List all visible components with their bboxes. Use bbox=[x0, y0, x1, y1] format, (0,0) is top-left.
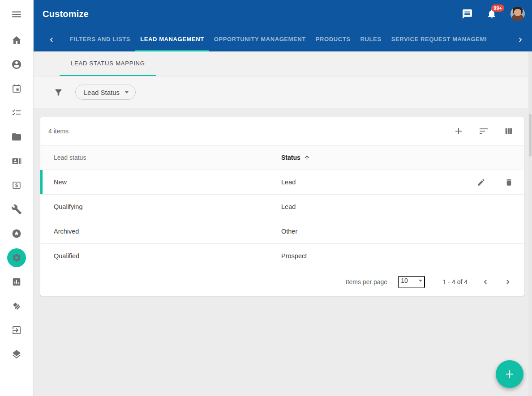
notifications-button[interactable]: 99+ bbox=[486, 9, 497, 19]
sidebar: $ bbox=[0, 0, 34, 396]
subtab-lead-status-mapping[interactable]: LEAD STATUS MAPPING bbox=[60, 51, 156, 76]
next-page-button[interactable] bbox=[503, 277, 512, 286]
sidebar-item-home[interactable] bbox=[4, 28, 29, 52]
scrollbar-track[interactable] bbox=[528, 51, 532, 396]
scrollbar-thumb[interactable] bbox=[529, 114, 532, 157]
gear-icon bbox=[12, 253, 21, 263]
header-top-row: Customize 99+ bbox=[34, 0, 532, 28]
avatar[interactable] bbox=[511, 7, 525, 21]
chevron-left-icon bbox=[47, 35, 56, 44]
trash-icon bbox=[505, 178, 513, 187]
card-toolbar bbox=[453, 126, 514, 136]
tab-opportunity-management[interactable]: OPPORTUNITY MANAGEMENT bbox=[209, 28, 311, 51]
folder-icon bbox=[11, 132, 22, 142]
table-row[interactable]: Archived Other bbox=[40, 219, 524, 243]
sidebar-item-sign-in[interactable] bbox=[4, 318, 29, 342]
sidebar-item-reports[interactable] bbox=[4, 270, 29, 294]
tab-filters-and-lists[interactable]: FILTERS AND LISTS bbox=[65, 28, 135, 51]
cell-lead-status: New bbox=[40, 179, 281, 186]
billing-icon: $ bbox=[11, 180, 22, 191]
sort-ascending-arrow-icon bbox=[304, 154, 310, 161]
previous-page-button[interactable] bbox=[481, 277, 490, 286]
pagination-range: 1 - 4 of 4 bbox=[443, 278, 468, 285]
edit-row-button[interactable] bbox=[476, 177, 486, 187]
cell-status: Prospect bbox=[281, 252, 524, 260]
plus-icon bbox=[453, 126, 464, 136]
sidebar-item-deals[interactable] bbox=[4, 294, 29, 318]
tab-bar: FILTERS AND LISTS LEAD MANAGEMENT OPPORT… bbox=[34, 28, 532, 51]
layers-icon bbox=[11, 349, 22, 360]
tab-service-request-management[interactable]: SERVICE REQUEST MANAGEMI bbox=[386, 28, 492, 51]
chevron-left-icon bbox=[481, 277, 490, 286]
filter-funnel-icon bbox=[54, 88, 63, 97]
sort-icon bbox=[478, 126, 489, 136]
main-content: 4 items Lead status Status bbox=[34, 108, 532, 296]
add-item-button[interactable] bbox=[453, 126, 464, 136]
sidebar-item-account[interactable] bbox=[4, 52, 29, 77]
filter-bar: Lead Status bbox=[34, 77, 532, 108]
cell-status: Other bbox=[281, 228, 524, 235]
sidebar-item-folder[interactable] bbox=[4, 125, 29, 149]
hamburger-menu-icon[interactable] bbox=[10, 8, 23, 21]
items-count: 4 items bbox=[48, 128, 69, 135]
row-actions bbox=[476, 177, 524, 187]
sidebar-item-layers[interactable] bbox=[4, 342, 29, 366]
column-header-status[interactable]: Status bbox=[281, 154, 310, 161]
chat-icon bbox=[462, 9, 473, 20]
sidebar-item-calendar[interactable] bbox=[4, 77, 29, 101]
table-row[interactable]: New Lead bbox=[40, 170, 524, 194]
sidebar-item-settings[interactable] bbox=[4, 246, 29, 270]
page-title: Customize bbox=[43, 9, 89, 19]
lead-status-card: 4 items Lead status Status bbox=[40, 117, 524, 296]
sidebar-nav: $ bbox=[4, 28, 29, 366]
settings-active-indicator bbox=[7, 248, 26, 267]
column-header-lead-status[interactable]: Lead status bbox=[54, 154, 86, 161]
cell-status: Lead bbox=[281, 203, 524, 210]
tab-lead-management[interactable]: LEAD MANAGEMENT bbox=[135, 28, 209, 51]
cell-lead-status: Qualified bbox=[40, 252, 281, 260]
cell-lead-status: Archived bbox=[40, 228, 281, 235]
svg-text:$: $ bbox=[15, 183, 18, 188]
add-fab-button[interactable] bbox=[496, 360, 523, 388]
tabs-scroll-right-button[interactable] bbox=[515, 28, 526, 51]
sidebar-item-tasks[interactable] bbox=[4, 101, 29, 125]
filter-button[interactable] bbox=[54, 88, 63, 97]
wrench-icon bbox=[11, 204, 22, 215]
items-per-page-label: Items per page bbox=[346, 278, 387, 285]
chevron-right-icon bbox=[516, 35, 525, 44]
contact-card-icon bbox=[11, 156, 22, 166]
columns-icon bbox=[504, 126, 514, 136]
sort-button[interactable] bbox=[478, 126, 489, 136]
tab-rules[interactable]: RULES bbox=[356, 28, 386, 51]
tabs-scroll-left-button[interactable] bbox=[46, 28, 57, 51]
page-size-select[interactable]: 10 bbox=[398, 276, 425, 288]
pencil-icon bbox=[477, 178, 485, 187]
sidebar-item-contact-card[interactable] bbox=[4, 149, 29, 173]
pagination: Items per page 10 1 - 4 of 4 bbox=[40, 268, 524, 296]
columns-button[interactable] bbox=[503, 126, 514, 136]
notification-badge: 99+ bbox=[491, 4, 504, 12]
plus-icon bbox=[503, 368, 516, 380]
handshake-icon bbox=[11, 301, 22, 311]
table-row[interactable]: Qualifying Lead bbox=[40, 194, 524, 219]
table-row[interactable]: Qualified Prospect bbox=[40, 243, 524, 268]
cell-lead-status: Qualifying bbox=[40, 203, 281, 210]
tab-products[interactable]: PRODUCTS bbox=[311, 28, 356, 51]
card-header: 4 items bbox=[40, 117, 524, 145]
tasks-icon bbox=[11, 107, 22, 118]
star-circle-icon bbox=[11, 228, 22, 239]
exit-to-app-icon bbox=[11, 325, 22, 336]
sidebar-item-tools[interactable] bbox=[4, 197, 29, 221]
chevron-down-icon bbox=[419, 280, 422, 282]
chat-button[interactable] bbox=[462, 9, 473, 20]
delete-row-button[interactable] bbox=[503, 177, 514, 187]
table-header-row: Lead status Status bbox=[40, 145, 524, 170]
chevron-down-icon bbox=[125, 91, 129, 94]
page-size-value: 10 bbox=[401, 277, 408, 284]
lead-status-filter-chip[interactable]: Lead Status bbox=[75, 85, 136, 100]
bar-chart-icon bbox=[12, 277, 21, 287]
cell-status: Lead bbox=[281, 179, 476, 186]
sidebar-item-featured[interactable] bbox=[4, 221, 29, 246]
header-actions: 99+ bbox=[462, 7, 525, 21]
sidebar-item-billing[interactable]: $ bbox=[4, 173, 29, 197]
